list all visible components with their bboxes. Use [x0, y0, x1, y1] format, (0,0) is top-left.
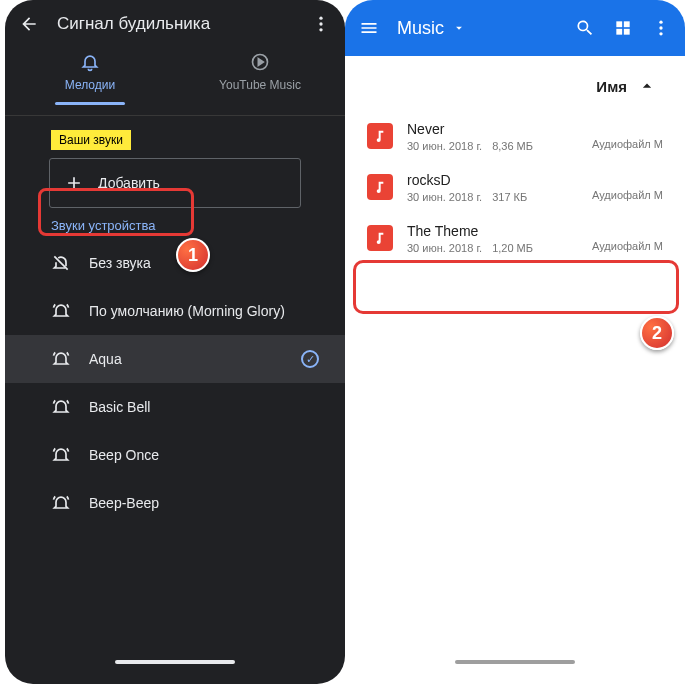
file-date: 30 июн. 2018 г.: [407, 242, 482, 254]
file-type: Аудиофайл M: [592, 138, 663, 150]
android-navbar: [345, 640, 685, 684]
back-icon[interactable]: [19, 14, 39, 34]
sound-label: Beep-Beep: [89, 495, 327, 511]
add-button[interactable]: Добавить: [49, 158, 301, 208]
file-size: 317 КБ: [492, 191, 527, 203]
sound-item-basic-bell[interactable]: Basic Bell: [5, 383, 345, 431]
more-icon[interactable]: [651, 18, 671, 38]
audio-file-icon: [367, 174, 393, 200]
svg-point-1: [319, 22, 322, 25]
folder-title[interactable]: Music: [397, 18, 557, 39]
play-circle-icon: [250, 52, 270, 72]
file-name: Never: [407, 121, 578, 137]
more-icon[interactable]: [311, 14, 331, 34]
alarm-sound-screen: Сигнал будильника Мелодии YouTube Music …: [5, 0, 345, 684]
file-date: 30 июн. 2018 г.: [407, 140, 482, 152]
file-name: The Theme: [407, 223, 578, 239]
sound-item-aqua[interactable]: Aqua ✓: [5, 335, 345, 383]
svg-point-0: [319, 17, 322, 20]
file-type: Аудиофайл M: [592, 240, 663, 252]
your-sounds-label: Ваши звуки: [51, 130, 131, 150]
file-item[interactable]: The Theme 30 июн. 2018 г. 1,20 МБ Аудиоф…: [345, 213, 685, 264]
bell-icon: [80, 52, 100, 72]
file-item[interactable]: Never 30 июн. 2018 г. 8,36 МБ Аудиофайл …: [345, 111, 685, 162]
sound-item-beep-once[interactable]: Beep Once: [5, 431, 345, 479]
device-sounds-link[interactable]: Звуки устройства: [51, 218, 345, 233]
check-icon: ✓: [301, 350, 319, 368]
android-navbar: [5, 640, 345, 684]
add-label: Добавить: [98, 175, 160, 191]
file-size: 8,36 МБ: [492, 140, 533, 152]
sound-label: Basic Bell: [89, 399, 327, 415]
chevron-up-icon: [637, 76, 657, 96]
bell-ring-icon: [51, 493, 71, 513]
sound-item-mute[interactable]: Без звука: [5, 239, 345, 287]
svg-point-9: [659, 21, 662, 24]
svg-rect-7: [616, 29, 622, 35]
svg-rect-8: [624, 29, 630, 35]
grid-view-icon[interactable]: [613, 18, 633, 38]
tab-label: YouTube Music: [219, 78, 301, 92]
file-name: rocksD: [407, 172, 578, 188]
sound-label: По умолчанию (Morning Glory): [89, 303, 327, 319]
tabs: Мелодии YouTube Music: [5, 44, 345, 116]
file-size: 1,20 МБ: [492, 242, 533, 254]
page-title: Сигнал будильника: [57, 14, 293, 34]
callout-badge-1: 1: [176, 238, 210, 272]
sound-item-default[interactable]: По умолчанию (Morning Glory): [5, 287, 345, 335]
plus-icon: [64, 173, 84, 193]
sort-label: Имя: [596, 78, 627, 95]
svg-point-11: [659, 32, 662, 35]
bell-ring-icon: [51, 349, 71, 369]
file-picker-screen: Music Имя Never: [345, 0, 685, 684]
chevron-down-icon: [452, 21, 466, 35]
svg-rect-6: [624, 21, 630, 27]
sound-item-beep-beep[interactable]: Beep-Beep: [5, 479, 345, 527]
audio-file-icon: [367, 225, 393, 251]
header-left: Сигнал будильника: [5, 0, 345, 44]
tab-melodies[interactable]: Мелодии: [5, 44, 175, 115]
header-right: Music: [345, 0, 685, 56]
tab-label: Мелодии: [65, 78, 115, 92]
svg-point-10: [659, 26, 662, 29]
file-date: 30 июн. 2018 г.: [407, 191, 482, 203]
sort-row[interactable]: Имя: [345, 56, 685, 111]
file-type: Аудиофайл M: [592, 189, 663, 201]
tab-youtube-music[interactable]: YouTube Music: [175, 44, 345, 115]
callout-badge-2: 2: [640, 316, 674, 350]
bell-ring-icon: [51, 397, 71, 417]
file-item[interactable]: rocksD 30 июн. 2018 г. 317 КБ Аудиофайл …: [345, 162, 685, 213]
svg-point-2: [319, 28, 322, 31]
svg-rect-5: [616, 21, 622, 27]
menu-icon[interactable]: [359, 18, 379, 38]
bell-ring-icon: [51, 301, 71, 321]
sound-label: Aqua: [89, 351, 283, 367]
search-icon[interactable]: [575, 18, 595, 38]
sound-label: Beep Once: [89, 447, 327, 463]
audio-file-icon: [367, 123, 393, 149]
bell-off-icon: [51, 253, 71, 273]
bell-ring-icon: [51, 445, 71, 465]
